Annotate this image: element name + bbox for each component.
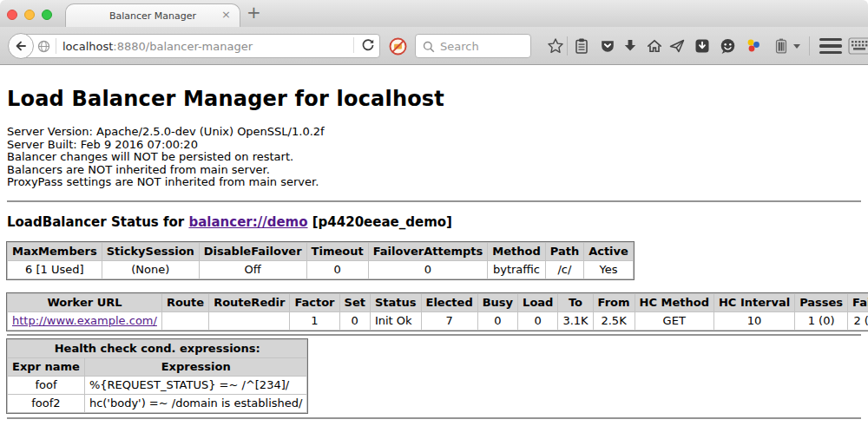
table-cell: 10 xyxy=(713,311,794,330)
column-header: Status xyxy=(370,293,421,311)
column-header: Factor xyxy=(290,293,339,311)
reading-list-button[interactable] xyxy=(571,36,592,56)
search-bar[interactable] xyxy=(415,34,531,58)
url-text[interactable]: localhost:8880/balancer-manager xyxy=(62,40,253,53)
column-header: DisableFailover xyxy=(199,242,306,260)
maximize-window-button[interactable] xyxy=(42,10,52,20)
column-header: From xyxy=(593,293,635,311)
reload-icon[interactable] xyxy=(361,38,375,52)
downloads-button[interactable] xyxy=(620,36,641,56)
heading-suffix: [p4420eeae_demo] xyxy=(308,214,452,230)
expr-name-cell: foof xyxy=(8,376,85,394)
section-divider xyxy=(7,334,861,336)
table-cell: (None) xyxy=(102,260,199,279)
container-icon xyxy=(772,36,791,56)
keyboard-icon xyxy=(848,36,868,56)
table-row: 6 [1 Used] (None) Off 0 0 bytraffic /c/ … xyxy=(8,260,634,279)
navigation-toolbar: localhost:8880/balancer-manager xyxy=(0,27,868,65)
bookmark-star-button[interactable] xyxy=(545,36,566,56)
column-header: Busy xyxy=(477,293,517,311)
browser-window: Balancer Manager × + localhost:8880/bala… xyxy=(0,0,868,426)
hello-smiley-button[interactable] xyxy=(717,36,738,56)
table-cell xyxy=(209,311,290,330)
url-bar[interactable]: localhost:8880/balancer-manager xyxy=(21,34,380,58)
dropdown-caret-icon[interactable] xyxy=(793,44,800,49)
downloadhelper-dots-icon xyxy=(744,36,763,56)
url-host: localhost xyxy=(62,40,113,53)
new-tab-button[interactable]: + xyxy=(247,2,261,23)
close-window-button[interactable] xyxy=(7,10,17,20)
extension-download-button[interactable] xyxy=(692,36,713,56)
expression-cell: hc('body') =~ /domain is established/ xyxy=(84,394,307,412)
menu-hamburger-button[interactable] xyxy=(819,38,842,54)
table-title-row: Health check cond. expressions: xyxy=(8,339,307,357)
reading-list-icon xyxy=(573,37,590,55)
table-cell: 7 xyxy=(421,311,477,330)
pocket-button[interactable] xyxy=(597,36,618,56)
table-row: foof %{REQUEST_STATUS} =~ /^[234]/ xyxy=(8,376,307,394)
search-input[interactable] xyxy=(438,36,529,56)
column-header: HC Method xyxy=(635,293,713,311)
home-button[interactable] xyxy=(644,36,665,56)
hello-smiley-icon xyxy=(719,37,737,56)
balancer-status-heading: LoadBalancer Status for balancer://demo … xyxy=(7,214,861,230)
send-plane-icon xyxy=(668,37,686,55)
table-header-row: Expr name Expression xyxy=(8,357,307,376)
tab-close-icon[interactable]: × xyxy=(221,9,231,21)
globe-icon[interactable] xyxy=(37,40,50,53)
table-row: http://www.example.com/ 1 0 Init Ok 7 0 … xyxy=(8,311,868,330)
tab-title: Balancer Manager xyxy=(109,10,196,22)
column-header: RouteRedir xyxy=(209,293,290,311)
minimize-window-button[interactable] xyxy=(24,10,35,20)
table-cell: /c/ xyxy=(545,260,583,279)
extension-download-icon xyxy=(694,37,711,55)
column-header: Set xyxy=(339,293,370,311)
table-cell: Off xyxy=(199,260,306,279)
keyboard-button[interactable] xyxy=(848,36,868,56)
column-header: To xyxy=(558,293,593,311)
server-info: Server Version: Apache/2.5.0-dev (Unix) … xyxy=(7,126,861,189)
table-cell: bytraffic xyxy=(488,260,545,279)
column-header: Path xyxy=(545,242,583,260)
title-bar: Balancer Manager × + xyxy=(0,0,868,27)
urlbar-divider xyxy=(56,38,56,54)
browser-tab[interactable]: Balancer Manager × xyxy=(65,3,240,27)
downloads-icon xyxy=(621,37,639,55)
table-cell: 0 xyxy=(306,260,368,279)
heading-prefix: LoadBalancer Status for xyxy=(7,214,188,230)
server-built-line: Server Built: Feb 9 2016 07:00:20 xyxy=(7,139,861,152)
column-header: Expr name xyxy=(8,357,85,376)
table-cell: 3.1K xyxy=(558,311,593,330)
worker-url-link[interactable]: http://www.example.com/ xyxy=(12,314,157,327)
table-cell: 0 xyxy=(477,311,517,330)
table-row: foof2 hc('body') =~ /domain is establish… xyxy=(8,394,307,412)
health-table-title: Health check cond. expressions: xyxy=(8,339,307,357)
back-button[interactable] xyxy=(8,33,34,59)
column-header: Elected xyxy=(421,293,477,311)
table-cell: http://www.example.com/ xyxy=(8,311,162,330)
health-check-table: Health check cond. expressions: Expr nam… xyxy=(7,339,307,413)
search-icon xyxy=(423,41,435,53)
table-cell: 0 xyxy=(339,311,370,330)
table-cell: 0 xyxy=(368,260,488,279)
toolbar-divider xyxy=(567,36,568,56)
urlbar-divider xyxy=(353,37,354,53)
column-header: Worker URL xyxy=(8,293,162,311)
downloadhelper-dots-button[interactable] xyxy=(743,36,764,56)
send-plane-button[interactable] xyxy=(667,36,687,56)
container-button[interactable] xyxy=(771,36,792,56)
pocket-icon xyxy=(599,37,616,55)
balancer-settings-table: MaxMembers StickySession DisableFailover… xyxy=(7,242,634,279)
url-path: :8880/balancer-manager xyxy=(113,40,253,53)
plugin-blocked-icon[interactable] xyxy=(389,37,407,56)
table-cell: 1 (0) xyxy=(795,311,848,330)
page-content: Load Balancer Manager for localhost Serv… xyxy=(0,87,868,419)
balancer-demo-link[interactable]: balancer://demo xyxy=(188,214,307,230)
table-cell: Yes xyxy=(584,260,634,279)
proxypass-note-line: ProxyPass settings are NOT inherited fro… xyxy=(7,176,861,189)
section-divider xyxy=(7,200,861,202)
page-end-divider xyxy=(7,417,861,419)
bookmark-star-icon xyxy=(547,37,564,55)
home-icon xyxy=(646,37,663,55)
table-cell: 1 xyxy=(290,311,339,330)
